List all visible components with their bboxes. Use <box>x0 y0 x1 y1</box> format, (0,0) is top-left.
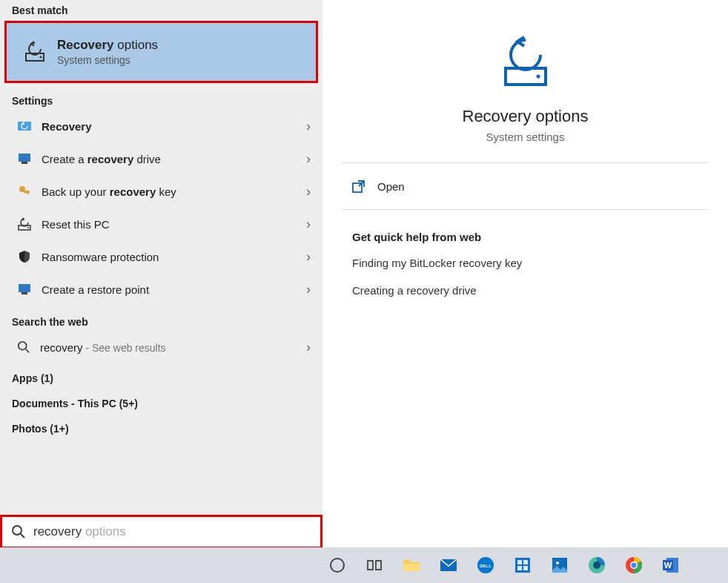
svg-point-35 <box>593 561 600 569</box>
shield-icon <box>16 248 33 265</box>
svg-rect-7 <box>27 192 29 194</box>
settings-item-label: Ransomware protection <box>42 251 306 263</box>
open-icon <box>352 179 365 193</box>
taskbar-photos-icon[interactable] <box>545 550 575 580</box>
svg-text:DELL: DELL <box>480 564 492 568</box>
taskbar: DELL W <box>0 547 728 583</box>
svg-point-18 <box>13 526 21 535</box>
svg-rect-28 <box>517 560 522 564</box>
svg-point-12 <box>19 342 27 350</box>
chevron-right-icon: › <box>306 340 311 355</box>
svg-point-20 <box>331 559 344 572</box>
open-label: Open <box>377 180 405 193</box>
preview-subtitle: System settings <box>322 131 728 143</box>
preview-panel: Recovery options System settings Open Ge… <box>322 0 728 549</box>
svg-point-38 <box>632 563 637 568</box>
preview-title: Recovery options <box>322 107 728 126</box>
restore-point-icon <box>16 281 33 297</box>
best-match-title: Recovery options <box>57 38 158 53</box>
svg-rect-23 <box>403 564 420 571</box>
svg-point-9 <box>27 227 29 228</box>
svg-rect-4 <box>21 162 27 164</box>
reset-pc-icon <box>16 216 33 232</box>
search-input[interactable]: recovery options <box>0 515 322 549</box>
svg-line-19 <box>21 534 24 538</box>
recovery-drive-icon <box>16 151 33 167</box>
taskbar-office-icon[interactable] <box>508 550 537 580</box>
svg-rect-22 <box>376 561 381 570</box>
help-link-bitlocker[interactable]: Finding my BitLocker recovery key <box>352 257 698 269</box>
settings-item-label: Create a recovery drive <box>42 153 306 165</box>
svg-text:W: W <box>664 561 672 570</box>
settings-item-recovery[interactable]: Recovery › <box>0 110 322 142</box>
taskbar-dell-icon[interactable]: DELL <box>471 550 500 580</box>
web-result-label: recovery - See web results <box>40 341 306 354</box>
chevron-right-icon: › <box>306 184 311 200</box>
chevron-right-icon: › <box>306 119 311 134</box>
chevron-right-icon: › <box>306 249 311 265</box>
best-match-result[interactable]: Recovery options System settings <box>4 21 318 83</box>
taskbar-cortana-icon[interactable] <box>322 550 352 580</box>
search-text: recovery options <box>33 524 126 539</box>
svg-rect-29 <box>523 560 528 564</box>
svg-point-15 <box>536 75 540 79</box>
best-match-subtitle: System settings <box>57 54 158 66</box>
settings-item-restore-point[interactable]: Create a restore point › <box>0 273 322 306</box>
svg-line-13 <box>26 349 30 353</box>
search-icon <box>16 340 31 355</box>
key-backup-icon <box>16 183 33 200</box>
svg-rect-31 <box>523 566 528 570</box>
taskbar-task-view-icon[interactable] <box>360 550 389 580</box>
taskbar-chrome-icon[interactable] <box>619 550 649 580</box>
svg-rect-3 <box>19 154 30 162</box>
chevron-right-icon: › <box>306 151 311 167</box>
taskbar-edge-icon[interactable] <box>582 550 612 580</box>
header-best-match: Best match <box>0 0 322 19</box>
chevron-right-icon: › <box>306 282 311 297</box>
header-settings: Settings <box>0 85 322 110</box>
help-link-recovery-drive[interactable]: Creating a recovery drive <box>352 284 698 297</box>
open-action[interactable]: Open <box>322 163 728 209</box>
taskbar-file-explorer-icon[interactable] <box>397 550 426 580</box>
settings-item-recovery-drive[interactable]: Create a recovery drive › <box>0 142 322 175</box>
settings-item-label: Back up your recovery key <box>42 185 306 198</box>
recovery-options-icon <box>23 40 47 64</box>
recovery-settings-icon <box>16 118 33 134</box>
svg-rect-21 <box>368 561 373 570</box>
svg-point-33 <box>556 561 559 564</box>
category-documents[interactable]: Documents - This PC (5+) <box>0 393 322 414</box>
recovery-options-large-icon <box>492 30 559 96</box>
settings-item-label: Create a restore point <box>42 283 306 296</box>
settings-item-backup-key[interactable]: Back up your recovery key › <box>0 175 322 208</box>
settings-item-label: Reset this PC <box>42 218 306 231</box>
settings-item-label: Recovery <box>42 120 306 133</box>
taskbar-word-icon[interactable]: W <box>656 550 686 580</box>
taskbar-mail-icon[interactable] <box>434 550 463 580</box>
category-apps[interactable]: Apps (1) <box>0 368 322 389</box>
chevron-right-icon: › <box>306 217 311 232</box>
svg-rect-11 <box>21 292 27 294</box>
svg-point-1 <box>40 56 42 59</box>
search-icon <box>11 524 26 539</box>
divider <box>342 209 709 210</box>
settings-item-reset-pc[interactable]: Reset this PC › <box>0 208 322 240</box>
svg-rect-30 <box>517 566 522 570</box>
header-search-web: Search the web <box>0 306 322 331</box>
settings-item-ransomware[interactable]: Ransomware protection › <box>0 240 322 273</box>
category-photos[interactable]: Photos (1+) <box>0 418 322 439</box>
help-title: Get quick help from web <box>352 231 698 243</box>
web-result-item[interactable]: recovery - See web results › <box>0 331 322 363</box>
search-results-panel: Best match Recovery options System setti… <box>0 0 322 549</box>
svg-rect-10 <box>19 284 30 292</box>
